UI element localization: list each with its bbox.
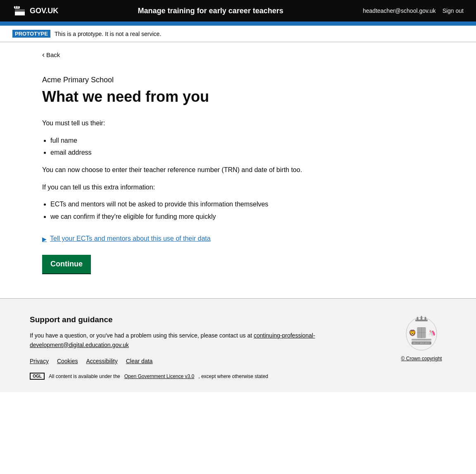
footer-inner: Support and guidance If you have a quest… (30, 315, 446, 380)
intro-text: You must tell us their: (42, 118, 311, 129)
header-nav: headteacher@school.gov.uk Sign out (363, 7, 464, 14)
required-item-1: full name (50, 135, 311, 146)
gov-uk-text: GOV.UK (30, 7, 58, 15)
footer-support-text: If you have a question, or you've had a … (30, 331, 384, 350)
required-item-2: email address (50, 147, 311, 158)
required-list: full name email address (50, 135, 311, 158)
back-link[interactable]: Back (42, 50, 60, 59)
extra-info-intro: If you can tell us this extra informatio… (42, 182, 311, 193)
extra-info-list: ECTs and mentors will not be asked to pr… (50, 199, 311, 222)
svg-rect-5 (424, 318, 426, 320)
footer-links: Privacy Cookies Accessibility Clear data (30, 358, 384, 364)
svg-text:🦄: 🦄 (428, 329, 436, 337)
svg-rect-16 (412, 339, 431, 341)
sign-out-link[interactable]: Sign out (443, 7, 464, 14)
svg-rect-4 (421, 317, 422, 320)
user-email: headteacher@school.gov.uk (363, 7, 436, 14)
svg-point-8 (425, 317, 426, 318)
licence-link[interactable]: Open Government Licence v3.0 (124, 373, 194, 379)
footer-cookies-link[interactable]: Cookies (57, 358, 78, 364)
content-area: Acme Primary School What we need from yo… (42, 76, 311, 273)
footer-accessibility-link[interactable]: Accessibility (86, 358, 118, 364)
licence-before: All content is available under the (49, 373, 120, 379)
footer-support-before: If you have a question, or you've had a … (30, 332, 252, 339)
continue-button[interactable]: Continue (42, 255, 91, 273)
gov-uk-logo[interactable]: GOV.UK (12, 4, 58, 17)
triangle-icon: ▶ (42, 236, 47, 242)
footer-licence: OGL All content is available under the O… (30, 373, 384, 380)
main-content: Back Acme Primary School What we need fr… (30, 42, 446, 273)
svg-point-6 (417, 317, 418, 318)
footer-support-heading: Support and guidance (30, 315, 384, 324)
royal-crest-icon: 🦁 🦄 DIEU ET MON DROIT (399, 315, 444, 352)
crown-copyright-link[interactable]: © Crown copyright (401, 356, 442, 361)
optional-intro-text: You can now choose to enter their teache… (42, 165, 311, 175)
svg-text:DIEU ET MON DROIT: DIEU ET MON DROIT (413, 342, 430, 345)
page-heading: What we need from you (42, 88, 311, 105)
svg-point-7 (421, 316, 422, 317)
extra-item-2: we can confirm if they're eligible for f… (50, 211, 311, 222)
licence-after: , except where otherwise stated (198, 373, 268, 379)
header-left: GOV.UK (12, 4, 58, 17)
details-link-text: Tell your ECTs and mentors about this us… (50, 235, 211, 242)
header-bar (0, 22, 476, 26)
svg-text:🦁: 🦁 (409, 329, 416, 337)
extra-item-1: ECTs and mentors will not be asked to pr… (50, 199, 311, 210)
footer-privacy-link[interactable]: Privacy (30, 358, 49, 364)
footer: Support and guidance If you have a quest… (0, 298, 476, 392)
details-link[interactable]: ▶ Tell your ECTs and mentors about this … (42, 235, 211, 242)
ogl-logo: OGL (30, 373, 45, 380)
svg-rect-0 (15, 12, 25, 16)
prototype-badge: PROTOTYPE (12, 30, 50, 38)
header-title: Manage training for early career teacher… (58, 7, 363, 15)
prototype-banner: PROTOTYPE This is a prototype. It is not… (0, 26, 476, 42)
svg-rect-3 (416, 318, 418, 320)
school-name: Acme Primary School (42, 76, 311, 84)
footer-right: 🦁 🦄 DIEU ET MON DROIT © Crown copyright (397, 315, 446, 361)
crown-copyright: © Crown copyright (401, 356, 442, 361)
footer-clear-data-link[interactable]: Clear data (126, 358, 153, 364)
footer-left: Support and guidance If you have a quest… (30, 315, 384, 380)
crown-icon (12, 4, 27, 17)
prototype-message: This is a prototype. It is not a real se… (55, 31, 161, 37)
site-header: GOV.UK Manage training for early career … (0, 0, 476, 22)
